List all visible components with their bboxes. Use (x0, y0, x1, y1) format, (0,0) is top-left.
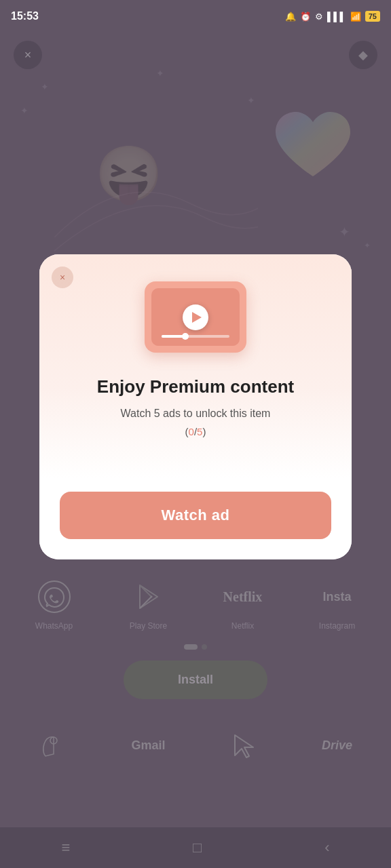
video-progress-bar (162, 335, 229, 338)
play-button-circle (183, 304, 208, 330)
modal-progress: (0/5) (185, 426, 206, 437)
alarm-icon: ⏰ (300, 12, 311, 22)
watch-ad-button[interactable]: Watch ad (60, 492, 331, 539)
video-progress-dot (182, 333, 189, 340)
status-time: 15:53 (11, 10, 39, 22)
modal-top-section: Enjoy Premium content Watch 5 ads to unl… (39, 254, 352, 478)
modal-bottom-section: Watch ad (39, 478, 352, 559)
settings-icon: ⚙ (315, 12, 323, 22)
battery-indicator: 75 (365, 11, 380, 22)
signal-icon: ▌▌▌ (327, 12, 346, 22)
status-bar: 15:53 🔔 ⏰ ⚙ ▌▌▌ 📶 75 (0, 0, 391, 33)
status-icons: 🔔 ⏰ ⚙ ▌▌▌ 📶 75 (285, 11, 380, 22)
progress-current: 0 (189, 426, 194, 437)
premium-modal: × Enj (39, 254, 352, 559)
video-card-inner (151, 288, 240, 346)
video-progress-fill (162, 335, 185, 338)
video-illustration (141, 281, 250, 363)
progress-total: 5 (197, 426, 202, 437)
modal-title: Enjoy Premium content (97, 376, 294, 397)
modal-overlay: × Enj (0, 0, 391, 868)
modal-description: Watch 5 ads to unlock this item (121, 406, 271, 422)
wifi-icon: 📶 (350, 12, 361, 22)
modal-close-button[interactable]: × (52, 267, 73, 288)
video-card (145, 281, 246, 353)
play-triangle-icon (192, 312, 202, 323)
notification-icon: 🔔 (285, 12, 296, 22)
